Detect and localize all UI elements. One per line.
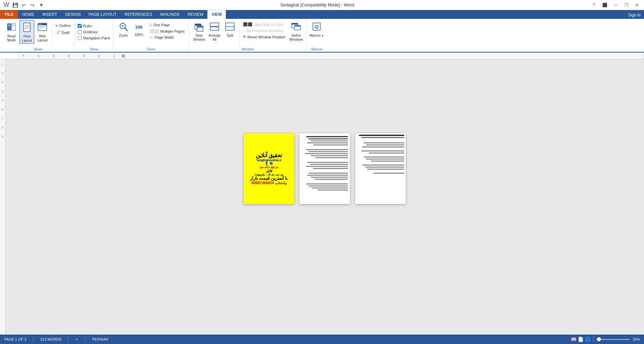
reset-window-button[interactable]: ⟳ Reset Window Position [242,34,287,40]
ad-icon1: 🔵 [270,162,273,165]
sync-scrolling-button[interactable]: ↕ Synchronous Scrolling [242,28,287,33]
word-count: 313 WORDS [40,337,62,341]
arrange-all-button[interactable]: ArrangeAll [207,20,222,42]
help-button[interactable]: ? [590,1,598,9]
ad-price: با کمترین قیمت بازار [250,176,288,181]
page-width-icon: ↔ [150,35,153,39]
svg-rect-6 [24,23,30,32]
status-print-layout-button[interactable]: 📄 [578,337,583,342]
page-1-content: تحقیق آنلاین Tahghighonline.ir 🔵 👤 مرجع … [244,133,294,204]
tab-file[interactable]: FILE [0,10,18,19]
print-layout-icon [22,22,32,34]
svg-point-14 [39,24,40,25]
print-layout-label: PrintLayout [22,35,32,43]
macros-label: Macros [310,34,321,38]
ruler-checkbox-row[interactable]: Ruler [78,24,92,28]
views-separator [52,22,52,45]
outline-button[interactable]: ≡ Outline [54,23,72,28]
tab-mailings[interactable]: MAILINGS [156,10,184,19]
page-3[interactable] [355,133,406,204]
nav-pane-checkbox[interactable] [78,36,82,40]
zoom-percent-text: 20% [633,337,640,341]
page-3-content [355,133,406,176]
zoom-100-button[interactable]: 100 100% [131,20,146,42]
tab-home[interactable]: HOME [18,10,38,19]
multiple-pages-button[interactable]: ⬜⬜ Multiple Pages [148,28,186,34]
nav-pane-checkbox-row[interactable]: Navigation Pane [78,36,110,40]
arrange-all-icon [209,22,219,33]
tab-references[interactable]: REFERENCES [121,10,156,19]
proofing-errors[interactable]: ✓ [75,337,78,342]
signin-button[interactable]: Sign in [625,11,644,19]
page-info: PAGE 1 OF 3 [4,337,26,341]
view-side-by-side-button[interactable]: ⬛⬛ View Side by Side [242,22,287,27]
new-window-button[interactable]: NewWindow [192,20,206,42]
tab-review[interactable]: REVIEW [184,10,207,19]
page-1[interactable]: تحقیق آنلاین Tahghighonline.ir 🔵 👤 مرجع … [244,133,294,204]
nav-pane-label: Navigation Pane [83,36,110,40]
svg-rect-1 [12,24,15,30]
new-window-icon [194,22,204,33]
status-web-layout-button[interactable]: 🌐 [585,337,591,342]
ad-url: Tahghighonline.ir [256,159,282,162]
switch-windows-button[interactable]: SwitchWindows [289,20,304,42]
split-button[interactable]: Split [223,20,237,42]
window-content: NewWindow ArrangeAll [192,20,304,47]
zoom-100-icon: 100 [135,22,143,32]
ribbon-display-button[interactable]: ⬛ [600,1,609,9]
tab-design[interactable]: DESIGN [61,10,85,19]
close-button[interactable]: ✕ [633,1,641,9]
macros-label-group: Macros [311,47,322,51]
one-page-icon: □ [150,23,152,27]
language-status[interactable]: PERSIAN [92,337,108,341]
window-separator [239,22,240,45]
ruler-checkbox[interactable] [78,24,82,28]
draft-icon: 📝 [55,30,60,35]
document-area[interactable]: تحقیق آنلاین Tahghighonline.ir 🔵 👤 مرجع … [5,59,644,335]
tab-insert[interactable]: INSERT [38,10,61,19]
web-layout-button[interactable]: WebLayout [35,20,50,43]
tab-view[interactable]: VIEW [207,10,226,19]
ruler-bar: 7 6 5 4 3 2 1 ⊞ [19,53,644,59]
save-button[interactable]: 💾 [11,1,19,9]
web-layout-label: WebLayout [37,34,47,42]
restore-button[interactable]: ❐ [622,1,631,9]
redo-button[interactable]: ↪ [29,1,36,9]
svg-rect-32 [292,23,298,25]
read-mode-button[interactable]: ReadMode [4,20,19,43]
view-mode-icons: 📖 📄 🌐 [571,337,591,342]
zoom-content: Zoom 100 100% □ One Page ⬜⬜ Multiple Pag… [116,20,186,47]
sync-scroll-icon: ↕ [243,29,245,33]
show-label: Show [90,47,98,51]
status-read-mode-button[interactable]: 📖 [571,337,576,342]
split-label: Split [227,34,233,38]
multiple-pages-label: Multiple Pages [160,29,185,33]
ad-subtitle2: فایل [266,169,272,173]
tab-page-layout[interactable]: PAGE LAYOUT [85,10,121,19]
zoom-slider[interactable] [596,339,630,340]
undo-button[interactable]: ↩ [20,1,28,9]
gridlines-checkbox[interactable] [78,30,82,34]
ruler-marker: ⊞ [122,54,125,58]
ribbon-group-macros: ⚙ Macros ▼ Macros [307,19,327,52]
customize-quick-access[interactable]: ▼ [38,1,45,9]
main-area: 1 2 3 4 5 6 7 8 9 تحقیق آنلاین Tahghigho… [0,59,644,335]
one-page-button[interactable]: □ One Page [148,22,186,28]
draft-label: Draft [62,31,70,35]
minimize-button[interactable]: — [611,1,620,9]
title-bar: W 💾 ↩ ↪ ▼ Sedaghat [Compatibility Mode] … [0,0,644,10]
switch-windows-icon [291,22,301,33]
print-layout-button[interactable]: PrintLayout [19,20,34,44]
page-width-button[interactable]: ↔ Page Width [148,35,186,40]
zoom-icon [118,22,128,33]
draft-button[interactable]: 📝 Draft [54,30,72,35]
ribbon-group-zoom: Zoom 100 100% □ One Page ⬜⬜ Multiple Pag… [113,19,189,52]
status-bar: PAGE 1 OF 3 313 WORDS ✓ PERSIAN 📖 📄 🌐 20… [0,335,644,344]
macros-button[interactable]: ⚙ Macros ▼ [309,20,324,42]
language-text: PERSIAN [92,337,108,341]
page-2[interactable] [299,133,350,204]
word-icon: W [3,1,10,9]
arrange-all-label: ArrangeAll [208,34,220,42]
zoom-button[interactable]: Zoom [116,20,131,42]
gridlines-checkbox-row[interactable]: Gridlines [78,30,97,34]
